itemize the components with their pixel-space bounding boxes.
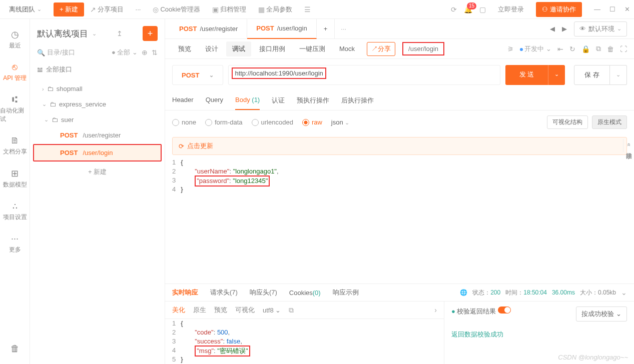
all-apis-link[interactable]: 𝌡 全部接口: [30, 60, 165, 79]
subtab-design[interactable]: 设计: [199, 42, 224, 56]
tree-add-new[interactable]: + 新建: [30, 162, 165, 182]
sort-icon[interactable]: ⇅: [152, 48, 158, 56]
nav-datamodel[interactable]: ⊞数据模型: [0, 164, 30, 193]
radio-none[interactable]: none: [172, 118, 196, 126]
nav-api-label: API 管理: [3, 74, 27, 82]
copy-icon[interactable]: ⧉: [596, 44, 601, 53]
chevron-down-icon[interactable]: ⌄: [92, 30, 97, 37]
resp-viz[interactable]: 可视化: [235, 306, 255, 314]
filter-icon[interactable]: ⚞: [507, 45, 514, 53]
minimize-button[interactable]: —: [594, 6, 600, 13]
subtab-debug[interactable]: 调试: [226, 42, 251, 56]
nav-autotest[interactable]: ⑆自动化测试: [0, 90, 30, 128]
resp-beautify[interactable]: 美化: [172, 306, 185, 314]
maximize-button[interactable]: ☐: [609, 6, 615, 13]
environment-selector[interactable]: 👁 默认环境 ⌄: [574, 22, 627, 36]
resptab-realtime[interactable]: 实时响应: [172, 288, 198, 297]
nav-docshare[interactable]: 🗎文档分享: [0, 132, 30, 160]
share-project-link[interactable]: ↗ 分享项目: [84, 5, 130, 14]
tree-folder-express[interactable]: ⌄ 🗀 express_service: [30, 96, 165, 112]
reqtab-auth[interactable]: 认证: [272, 91, 285, 110]
view-visual[interactable]: 可视化结构: [547, 116, 588, 129]
nav-projset[interactable]: ⛬项目设置: [0, 197, 30, 226]
reqtab-query[interactable]: Query: [206, 91, 223, 110]
tab-next[interactable]: ▶: [562, 25, 567, 32]
scope-filter[interactable]: ● 全部 ⌄: [112, 48, 138, 57]
resp-raw[interactable]: 原生: [193, 306, 206, 314]
notifications-button[interactable]: 🔔 15: [464, 6, 472, 14]
tab-login[interactable]: POST /user/login: [247, 19, 316, 39]
resp-encoding[interactable]: utf8 ⌄: [263, 306, 281, 314]
reqtab-header[interactable]: Header: [172, 91, 194, 110]
radio-urlencoded[interactable]: urlencoded: [252, 118, 293, 126]
field-desc-panel[interactable]: « 字段描述: [623, 139, 634, 152]
url-input[interactable]: http://localhost:1990/user/login: [228, 65, 500, 85]
more-menu[interactable]: ···: [130, 6, 147, 13]
note-icon[interactable]: ▢: [479, 6, 486, 14]
tree-api-login[interactable]: POST /user/login: [33, 144, 162, 162]
invite-button[interactable]: ⚇ 邀请协作: [536, 2, 582, 17]
method-selector[interactable]: POST ⌄: [172, 65, 223, 85]
login-button[interactable]: 立即登录: [493, 2, 529, 16]
request-body-editor[interactable]: 1234 { "userName": "longlongago1", "pass…: [172, 158, 627, 194]
resptab-resphead[interactable]: 响应头(7): [250, 288, 277, 297]
global-params-link[interactable]: ▦ 全局参数: [252, 5, 298, 14]
subtab-preview[interactable]: 预览: [172, 42, 197, 56]
send-button[interactable]: 发 送: [505, 65, 548, 85]
indent-icon[interactable]: ⇤: [557, 45, 563, 53]
reqtab-postscript[interactable]: 后执行操作: [341, 91, 374, 110]
resptab-reqhead[interactable]: 请求头(7): [210, 288, 238, 297]
collapse-icon[interactable]: ⌄: [621, 288, 627, 296]
save-dropdown[interactable]: ⌄: [610, 65, 627, 85]
new-button[interactable]: + 新建: [54, 2, 84, 16]
share-button[interactable]: ↗分享: [367, 42, 395, 56]
project-name[interactable]: 默认离线项目: [37, 28, 88, 40]
reqtab-body[interactable]: Body (1): [235, 91, 260, 110]
resp-preview[interactable]: 预览: [214, 306, 227, 314]
team-selector[interactable]: 离线团队 ⌄: [4, 5, 47, 14]
tree-folder-shopmall[interactable]: › 🗀 shopmall: [30, 81, 165, 96]
tab-register[interactable]: POST /user/register: [170, 19, 247, 39]
validation-toggle[interactable]: [498, 306, 511, 314]
archive-link[interactable]: ▣ 归档管理: [206, 5, 252, 14]
history-icon[interactable]: ↻: [569, 45, 575, 53]
sidebar-search[interactable]: 🔍 目录/接口: [37, 48, 108, 57]
chevron-right-icon[interactable]: ›: [434, 306, 437, 314]
cookie-manager-link[interactable]: ◎ Cookie管理器: [147, 5, 206, 14]
list-icon[interactable]: ☰: [298, 6, 317, 14]
tree-api-register[interactable]: POST /user/register: [30, 128, 165, 143]
target-icon[interactable]: ⊕: [142, 48, 148, 56]
close-button[interactable]: ✕: [624, 6, 630, 13]
copy-icon[interactable]: ⧉: [289, 306, 294, 314]
nav-api[interactable]: ⎋API 管理: [0, 58, 30, 86]
subtab-load[interactable]: 一键压测: [293, 42, 331, 56]
export-icon[interactable]: ↥: [117, 30, 123, 38]
reqtab-prescript[interactable]: 预执行操作: [297, 91, 329, 110]
nav-trash[interactable]: 🗑: [0, 340, 30, 358]
tab-add[interactable]: +: [317, 19, 335, 39]
validation-mode-dropdown[interactable]: 按成功校验 ⌄: [576, 306, 627, 322]
tab-more[interactable]: ···: [335, 25, 352, 32]
radio-raw[interactable]: raw: [302, 118, 322, 126]
view-raw[interactable]: 原生模式: [592, 116, 627, 129]
nav-recent[interactable]: ◷最近: [0, 25, 30, 54]
subtab-usecase[interactable]: 接口用例: [253, 42, 291, 56]
sync-icon[interactable]: ⟳: [451, 6, 457, 14]
nav-more[interactable]: ···更多: [0, 230, 30, 258]
refresh-notice[interactable]: ⟳ 点击更新: [172, 137, 627, 155]
dev-status[interactable]: 开发中 ⌄: [520, 44, 551, 54]
resptab-example[interactable]: 响应示例: [333, 288, 359, 297]
send-dropdown[interactable]: ⌄: [548, 65, 565, 85]
delete-icon[interactable]: 🗑: [607, 45, 614, 53]
save-button[interactable]: 保 存: [574, 65, 610, 85]
lock-icon[interactable]: 🔒: [581, 45, 590, 53]
raw-type-selector[interactable]: json ⌄: [331, 118, 349, 126]
sidebar-add-button[interactable]: +: [143, 26, 158, 41]
share-label: 分享项目: [98, 5, 124, 14]
radio-formdata[interactable]: form-data: [205, 118, 243, 126]
expand-icon[interactable]: ⛶: [620, 45, 627, 53]
subtab-mock[interactable]: Mock: [333, 42, 361, 56]
tab-prev[interactable]: ◀: [550, 25, 555, 32]
resptab-cookies[interactable]: Cookies(0): [289, 289, 321, 296]
tree-folder-suer[interactable]: ⌄ 🗀 suer: [30, 112, 165, 128]
